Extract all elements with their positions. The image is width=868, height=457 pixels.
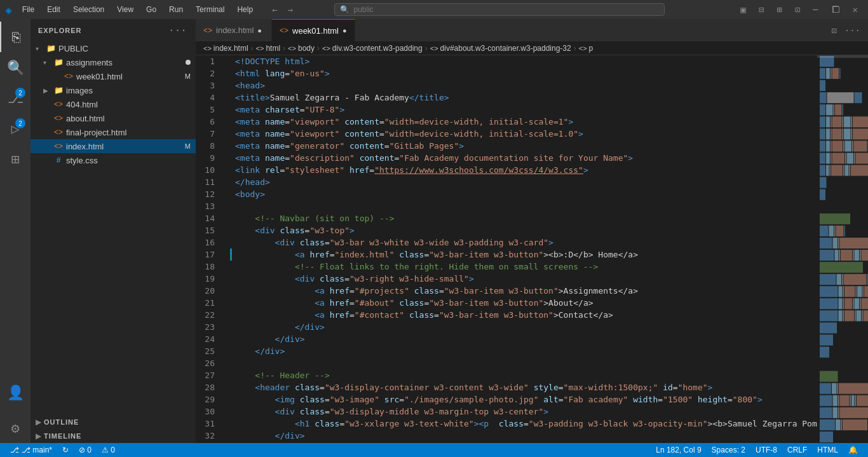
status-position[interactable]: Ln 182, Col 9: [651, 443, 706, 457]
status-warnings[interactable]: ⚠ 0: [97, 443, 120, 457]
activity-source-control[interactable]: ⎇ 2: [0, 83, 31, 113]
file-index[interactable]: ▶ <> index.html M: [31, 139, 196, 153]
menu-bar: File Edit Selection View Go Run Terminal…: [17, 4, 258, 15]
close-button[interactable]: ✕: [848, 2, 863, 17]
outline-section[interactable]: ▶ OUTLINE: [31, 415, 196, 429]
activity-debug[interactable]: ▷ 2: [0, 113, 31, 144]
line-number: 17: [196, 249, 221, 261]
activity-accounts[interactable]: 👤: [0, 377, 31, 407]
breadcrumb-div1-icon: <>: [322, 44, 330, 52]
status-errors[interactable]: ⊘ 0: [74, 443, 97, 457]
more-tabs-button[interactable]: ···: [842, 24, 863, 37]
index-name: index.html: [66, 142, 182, 151]
tab-index-icon: <>: [203, 26, 212, 35]
menu-help[interactable]: Help: [232, 4, 258, 15]
folder-public[interactable]: ▾ 📁 PUBLIC: [31, 41, 196, 55]
title-search[interactable]: 🔍: [334, 3, 665, 16]
minimize-button[interactable]: ─: [808, 2, 823, 17]
language-label: HTML: [817, 446, 838, 454]
line-number: 9: [196, 152, 221, 164]
breadcrumb-html[interactable]: <> html: [256, 44, 281, 53]
activity-explorer[interactable]: ⎘: [0, 22, 31, 52]
menu-edit[interactable]: Edit: [42, 4, 65, 15]
file-about[interactable]: ▶ <> about.html: [31, 111, 196, 125]
404-name: 404.html: [66, 100, 196, 109]
activity-search[interactable]: 🔍: [0, 52, 31, 83]
line-number: 3: [196, 79, 221, 92]
breadcrumb-div1[interactable]: <> div.w3-content.w3-padding: [322, 44, 423, 53]
file-404[interactable]: ▶ <> 404.html: [31, 97, 196, 111]
tab-index-html[interactable]: <> index.html ●: [196, 19, 272, 41]
code-line: <div class="w3-right w3-hide-small">: [230, 273, 817, 285]
code-content[interactable]: <!DOCTYPE html><html lang="en-us"><head>…: [227, 55, 817, 443]
files-icon: ⎘: [12, 29, 20, 45]
line-number: 12: [196, 188, 221, 200]
status-language[interactable]: HTML: [812, 443, 843, 457]
nav-forward[interactable]: →: [284, 3, 297, 16]
status-encoding[interactable]: UTF-8: [750, 443, 782, 457]
status-sync[interactable]: ↻: [57, 443, 74, 457]
vscode-logo: ◈: [5, 3, 12, 17]
layout-icon-4[interactable]: ⊡: [790, 2, 805, 17]
search-input[interactable]: [353, 5, 659, 14]
menu-run[interactable]: Run: [164, 4, 188, 15]
layout-icon-1[interactable]: ▣: [735, 2, 750, 17]
breadcrumb-index[interactable]: <> index.html: [203, 44, 248, 53]
about-name: about.html: [66, 114, 196, 123]
sidebar-more-actions[interactable]: ···: [167, 23, 188, 38]
maximize-button[interactable]: ⧠: [826, 2, 845, 17]
code-line: <a href="index.html" class="w3-bar-item …: [230, 249, 817, 261]
sync-icon: ↻: [62, 446, 69, 454]
folder-assignments[interactable]: ▾ 📁 assignments: [31, 55, 196, 69]
menu-go[interactable]: Go: [141, 4, 161, 15]
final-icon: <>: [53, 128, 64, 137]
file-week01[interactable]: ▶ <> week01.html M: [31, 69, 196, 83]
code-line: <link rel="stylesheet" href="https://www…: [230, 164, 817, 176]
split-editor-button[interactable]: ⊡: [829, 24, 839, 37]
menu-selection[interactable]: Selection: [68, 4, 109, 15]
breadcrumb-div2[interactable]: <> div#about.w3-container.w3-padding-32: [430, 44, 571, 53]
activity-extensions[interactable]: ⊞: [0, 144, 31, 174]
breadcrumb-body-icon: <>: [288, 44, 296, 52]
menu-view[interactable]: View: [112, 4, 139, 15]
settings-icon: ⚙: [11, 420, 19, 436]
code-line: <head>: [230, 79, 817, 92]
code-line: <a href="#projects" class="w3-bar-item w…: [230, 285, 817, 297]
code-line: <div class="w3-display-middle w3-margin-…: [230, 406, 817, 418]
tab-week01-html[interactable]: <> week01.html ●: [272, 19, 355, 41]
extensions-icon: ⊞: [11, 151, 19, 167]
status-notifications[interactable]: 🔔: [843, 443, 863, 457]
search-icon: 🔍: [340, 5, 349, 14]
status-spaces[interactable]: Spaces: 2: [707, 443, 750, 457]
minimap[interactable]: [817, 55, 868, 443]
timeline-section[interactable]: ▶ TIMELINE: [31, 429, 196, 443]
outline-label: OUTLINE: [44, 418, 79, 426]
tab-index-modified: ●: [257, 27, 262, 34]
layout-icon-3[interactable]: ⊞: [771, 2, 787, 17]
nav-back[interactable]: ←: [268, 3, 281, 16]
folder-icon: 📁: [46, 44, 56, 53]
breadcrumb-body[interactable]: <> body: [288, 44, 315, 53]
spaces-label: Spaces: 2: [712, 446, 745, 454]
timeline-arrow: ▶: [36, 432, 41, 440]
menu-terminal[interactable]: Terminal: [191, 4, 229, 15]
menu-file[interactable]: File: [17, 4, 39, 15]
status-line-ending[interactable]: CRLF: [782, 443, 812, 457]
code-editor[interactable]: 1234567891011121314151617181920212223242…: [196, 55, 868, 443]
status-branch[interactable]: ⎇ ⎇ main*: [5, 443, 57, 457]
layout-icon-2[interactable]: ⊟: [754, 2, 769, 17]
code-line: <div class="w3-bar w3-white w3-wide w3-p…: [230, 236, 817, 249]
line-number: 16: [196, 236, 221, 249]
minimap-canvas: [817, 55, 868, 443]
file-style[interactable]: ▶ # style.css: [31, 153, 196, 167]
folder-images[interactable]: ▶ 📁 images: [31, 83, 196, 97]
line-number: 10: [196, 164, 221, 176]
week01-badge: M: [185, 72, 191, 80]
breadcrumb-sep-1: ›: [251, 44, 254, 53]
activity-settings[interactable]: ⚙: [0, 413, 31, 443]
line-number: 15: [196, 224, 221, 236]
breadcrumb-p[interactable]: <> p: [579, 44, 593, 53]
accounts-icon: 👤: [7, 385, 24, 400]
week01-icon: <>: [64, 72, 74, 81]
file-final-project[interactable]: ▶ <> final-project.html: [31, 125, 196, 139]
